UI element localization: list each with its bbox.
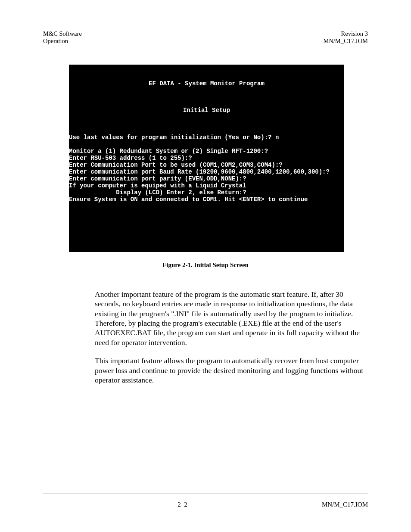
page-footer: 2–2 MN/M_C17.IOM [43,501,368,508]
footer-page-number: 2–2 [43,501,322,508]
header-right-line1: Revision 3 [323,30,368,37]
header-left: M&C Software Operation [43,30,82,45]
header-right: Revision 3 MN/M_C17.IOM [323,30,368,45]
page: M&C Software Operation Revision 3 MN/M_C… [0,0,411,532]
header-left-line2: Operation [43,37,82,45]
header-left-line1: M&C Software [43,30,82,37]
terminal-subtitle: Initial Setup [69,107,344,114]
terminal-title: EF DATA - System Monitor Program [69,80,344,87]
paragraph-2: This important feature allows the progra… [43,356,368,385]
header-right-line2: MN/M_C17.IOM [323,37,368,45]
footer-doc-id: MN/M_C17.IOM [322,501,368,508]
terminal-body: Use last values for program initializati… [69,134,344,203]
figure-caption: Figure 2-1. Initial Setup Screen [43,261,368,269]
footer-rule [43,494,368,494]
paragraph-1: Another important feature of the program… [43,289,368,347]
terminal-screenshot: EF DATA - System Monitor Program Initial… [69,65,344,252]
page-header: M&C Software Operation Revision 3 MN/M_C… [43,30,368,45]
